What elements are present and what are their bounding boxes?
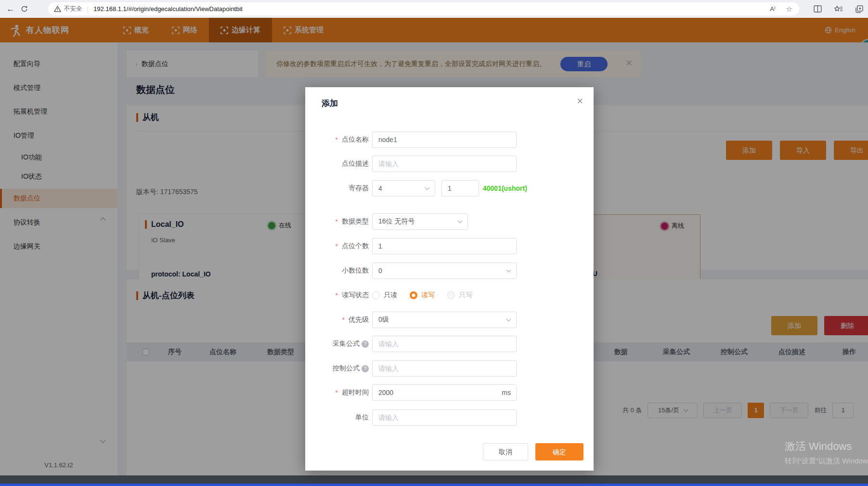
confirm-button[interactable]: 确定 [535, 443, 583, 460]
data-type-label: 数据类型 [305, 217, 369, 226]
point-desc-input[interactable] [372, 156, 517, 172]
split-screen-icon[interactable] [814, 5, 822, 13]
address-separator: | [87, 5, 89, 13]
point-count-label: 点位个数 [305, 242, 369, 250]
windows-activation-watermark: 激活 Windows 转到“设置”以激活 Windows [785, 439, 868, 466]
radio-read-only-label[interactable]: 只读 [384, 291, 397, 300]
radio-read-write[interactable] [410, 291, 417, 299]
data-type-select[interactable]: 16位 无符号 [372, 213, 468, 230]
control-formula-input[interactable] [372, 360, 517, 377]
point-name-input[interactable] [372, 131, 517, 148]
taskbar-accent-line [0, 484, 868, 486]
register-address-hint: 40001(ushort) [483, 184, 527, 192]
chevron-down-icon [506, 317, 511, 322]
browser-back-icon[interactable]: ← [4, 2, 17, 16]
radio-write-only-label[interactable]: 只写 [459, 291, 472, 300]
not-secure-warning-icon [54, 5, 61, 13]
favorites-bar-icon[interactable] [834, 5, 843, 13]
modal-close-icon[interactable]: × [577, 95, 583, 107]
not-secure-label: 不安全 [64, 5, 82, 13]
collect-formula-label: 采集公式 ? [305, 340, 369, 348]
priority-select[interactable]: 0级 [372, 312, 517, 328]
read-aloud-icon[interactable]: A) [770, 5, 775, 13]
taskbar-strip [0, 475, 868, 486]
point-count-input[interactable] [372, 238, 517, 254]
register-address-input[interactable] [441, 180, 479, 197]
chevron-down-icon [425, 185, 430, 190]
register-type-select[interactable]: 4 [372, 180, 435, 197]
radio-read-only[interactable] [372, 291, 380, 299]
url-text: 192.168.1.1/#/origin/edgecalculation/Vie… [93, 5, 243, 13]
unit-label: 单位 [305, 413, 369, 422]
rw-state-label: 读写状态 [305, 291, 369, 300]
control-formula-label: 控制公式 ? [305, 364, 369, 373]
timeout-label: 超时时间 [305, 388, 369, 397]
screen: ← 不安全 | 192.168.1.1/#/origin/edgecalcula… [0, 0, 868, 486]
decimals-select[interactable]: 0 [372, 263, 517, 279]
help-icon[interactable]: ? [362, 341, 369, 348]
cancel-button[interactable]: 取消 [483, 443, 528, 460]
browser-toolbar: ← 不安全 | 192.168.1.1/#/origin/edgecalcula… [0, 0, 868, 18]
decimals-label: 小数位数 [305, 266, 369, 275]
radio-write-only[interactable] [447, 291, 455, 299]
register-label: 寄存器 [305, 184, 369, 193]
point-name-label: 点位名称 [305, 135, 369, 144]
address-bar[interactable]: 不安全 | 192.168.1.1/#/origin/edgecalculati… [48, 2, 799, 15]
chevron-down-icon [458, 219, 463, 223]
add-point-modal: 添加 × 点位名称 点位描述 寄存器 4 40001(ushort) 数据类型 … [305, 87, 594, 471]
browser-refresh-icon[interactable] [17, 2, 31, 16]
watermark-line2: 转到“设置”以激活 Windows [785, 457, 868, 466]
timeout-unit: ms [502, 384, 511, 401]
priority-label: 优先级 [305, 315, 369, 324]
collections-icon[interactable] [855, 5, 863, 13]
unit-input[interactable] [372, 409, 517, 426]
help-icon[interactable]: ? [362, 365, 369, 372]
timeout-input[interactable] [372, 384, 517, 401]
point-desc-label: 点位描述 [305, 159, 369, 168]
chevron-down-icon [506, 268, 511, 273]
modal-title: 添加 [322, 98, 338, 109]
radio-read-write-label[interactable]: 读写 [421, 291, 435, 300]
watermark-line1: 激活 Windows [785, 439, 868, 454]
favorite-star-icon[interactable]: ☆ [786, 5, 792, 13]
collect-formula-input[interactable] [372, 336, 517, 352]
